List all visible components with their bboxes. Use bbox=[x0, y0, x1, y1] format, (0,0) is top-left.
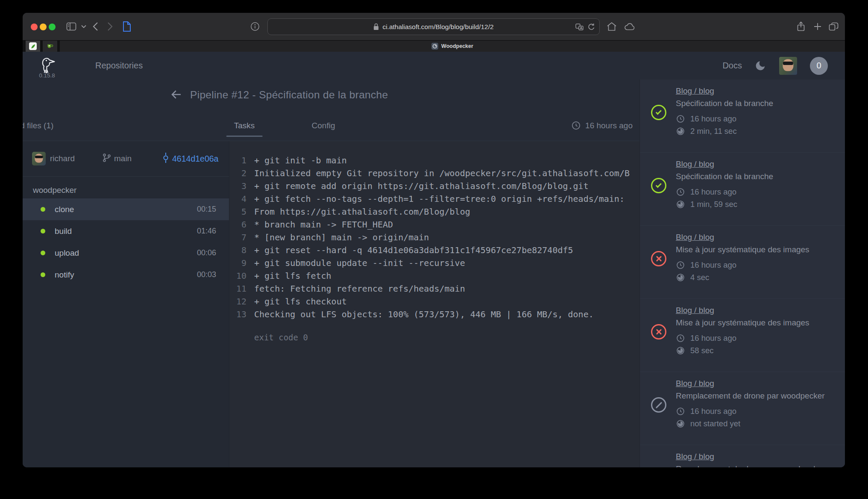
log-line-number: 5 bbox=[229, 205, 246, 218]
translate-icon[interactable] bbox=[575, 24, 584, 30]
log-line: 13 Checking out LFS objects: 100% (573/5… bbox=[229, 308, 639, 321]
pipeline-tab[interactable]: Tasks bbox=[234, 110, 255, 141]
pipeline-feed-entry[interactable]: Blog / blog Spécification de la branche … bbox=[640, 80, 845, 153]
pipeline-tab[interactable]: Changed files (1) bbox=[23, 110, 53, 141]
woodpecker-favicon-icon bbox=[431, 43, 438, 50]
exit-code-text: exit code 0 bbox=[229, 331, 639, 344]
pinned-tab-leaf[interactable] bbox=[26, 41, 40, 52]
repo-link[interactable]: Blog / blog bbox=[676, 452, 714, 461]
log-line-number: 8 bbox=[229, 244, 246, 257]
repo-link[interactable]: Blog / blog bbox=[676, 379, 714, 388]
repo-link[interactable]: Blog / blog bbox=[676, 306, 714, 315]
entry-time-row: 16 hours ago bbox=[676, 114, 837, 124]
pipeline-feed: Blog / blog Spécification de la branche … bbox=[639, 80, 845, 467]
minimize-window-button[interactable] bbox=[40, 24, 47, 30]
entry-time-row: 16 hours ago bbox=[676, 187, 837, 197]
woodpecker-logo[interactable]: 0.15.8 bbox=[37, 56, 57, 79]
zoom-window-button[interactable] bbox=[49, 24, 56, 30]
clock-icon bbox=[676, 334, 685, 343]
browser-window: ci.athaliasoft.com/Blog/blog/build/12/2 bbox=[23, 13, 845, 467]
duration-icon bbox=[676, 127, 685, 136]
pipeline-feed-entry[interactable]: Blog / blog Spécification de la branche … bbox=[640, 153, 845, 226]
repo-link[interactable]: Blog / blog bbox=[676, 233, 714, 242]
duration-icon bbox=[676, 346, 685, 355]
entry-time-row: 16 hours ago bbox=[676, 334, 837, 343]
pipeline-feed-entry[interactable]: Blog / blog Mise à jour systématique des… bbox=[640, 299, 845, 372]
repo-link[interactable]: Blog / blog bbox=[676, 159, 714, 169]
step-duration: 00:06 bbox=[197, 248, 216, 257]
leaf-favicon-icon bbox=[29, 42, 37, 50]
log-line-number: 12 bbox=[229, 295, 246, 308]
pipeline-title-row: Pipeline #12 - Spécification de la branc… bbox=[23, 80, 639, 110]
back-arrow-icon[interactable] bbox=[170, 88, 184, 102]
pipeline-feed-entry[interactable]: Blog / blog Mise à jour systématique des… bbox=[640, 226, 845, 299]
tab-overview-icon[interactable] bbox=[829, 22, 839, 31]
git-branch-icon bbox=[102, 153, 112, 165]
entry-time: 16 hours ago bbox=[690, 334, 736, 343]
log-line: 1 + git init -b main bbox=[229, 154, 639, 167]
log-line-text: * branch main -> FETCH_HEAD bbox=[254, 218, 393, 231]
back-navigation-icon[interactable] bbox=[92, 22, 98, 31]
pinned-tab-gitea[interactable] bbox=[43, 41, 57, 52]
pipeline-feed-entry[interactable]: Blog / blog Remplacement de drone par wo… bbox=[640, 445, 845, 467]
dark-mode-moon-icon[interactable] bbox=[755, 60, 766, 71]
new-tab-icon[interactable] bbox=[813, 22, 822, 31]
entry-duration-row: 58 sec bbox=[676, 346, 837, 355]
commit-hash-link[interactable]: 4614d1e06a bbox=[172, 154, 218, 164]
step-row[interactable]: upload 00:06 bbox=[23, 242, 229, 264]
step-list: clone 00:15 build 01:46 upload 00:06 bbox=[23, 198, 229, 286]
pipeline-feed-entry[interactable]: Blog / blog Remplacement de drone par wo… bbox=[640, 372, 845, 445]
share-icon[interactable] bbox=[797, 21, 805, 32]
entry-time: 16 hours ago bbox=[690, 114, 736, 124]
step-status-dot-icon bbox=[41, 272, 45, 277]
page-settings-icon[interactable] bbox=[250, 22, 260, 31]
commit-message: Mise à jour systématique des images bbox=[676, 318, 837, 328]
log-line: 11 fetch: Fetching reference refs/heads/… bbox=[229, 282, 639, 295]
entry-duration: 4 sec bbox=[690, 273, 709, 282]
entry-duration-row: 1 min, 59 sec bbox=[676, 200, 837, 209]
nav-repositories[interactable]: Repositories bbox=[95, 61, 143, 71]
log-line-text: Initialized empty Git repository in /woo… bbox=[254, 167, 630, 180]
forward-navigation-icon[interactable] bbox=[107, 22, 113, 31]
pipeline-tab[interactable]: Config bbox=[312, 110, 335, 141]
notifications-badge[interactable]: 0 bbox=[810, 57, 828, 75]
address-bar[interactable]: ci.athaliasoft.com/Blog/blog/build/12/2 bbox=[267, 18, 600, 35]
url-text: ci.athaliasoft.com/Blog/blog/build/12/2 bbox=[382, 23, 493, 31]
step-row[interactable]: notify 00:03 bbox=[23, 264, 229, 286]
home-icon[interactable] bbox=[607, 22, 617, 31]
user-avatar[interactable] bbox=[779, 57, 797, 75]
woodpecker-app: 0.15.8 Repositories Docs 0 Pipeline #12 … bbox=[23, 52, 845, 467]
branch-name: main bbox=[114, 154, 132, 163]
reader-document-icon[interactable] bbox=[122, 21, 132, 32]
log-console[interactable]: 1 + git init -b main 2 Initialized empty… bbox=[229, 141, 639, 467]
log-line-number: 10 bbox=[229, 269, 246, 282]
step-row[interactable]: build 01:46 bbox=[23, 220, 229, 242]
icloud-tabs-icon[interactable] bbox=[624, 23, 635, 30]
sidebar-toggle-icon[interactable] bbox=[66, 22, 76, 31]
log-line-number: 2 bbox=[229, 167, 246, 180]
reload-icon[interactable] bbox=[588, 23, 595, 31]
nav-docs[interactable]: Docs bbox=[722, 61, 742, 71]
tab-bar: Woodpecker bbox=[23, 41, 845, 52]
pipeline-status-icon bbox=[651, 178, 666, 193]
step-duration: 01:46 bbox=[197, 227, 216, 236]
step-status-dot-icon bbox=[41, 207, 45, 212]
log-line: 7 * [new branch] main -> origin/main bbox=[229, 231, 639, 244]
log-line: 2 Initialized empty Git repository in /w… bbox=[229, 167, 639, 180]
pipeline-tabs: 16 hours ago TasksConfigChanged files (1… bbox=[23, 110, 639, 141]
log-line-text: + git lfs checkout bbox=[254, 295, 347, 308]
step-row[interactable]: clone 00:15 bbox=[23, 198, 229, 220]
pipeline-finished-time: 16 hours ago bbox=[571, 110, 633, 141]
sidebar-chevron-icon[interactable] bbox=[81, 25, 86, 28]
version-label: 0.15.8 bbox=[39, 72, 55, 79]
pipeline-title: Pipeline #12 - Spécification de la branc… bbox=[190, 89, 388, 101]
close-window-button[interactable] bbox=[31, 24, 38, 30]
log-line: 8 + git reset --hard -q 4614d1e06a3dabf3… bbox=[229, 244, 639, 257]
active-tab-woodpecker[interactable]: Woodpecker bbox=[60, 41, 845, 52]
entry-time: 16 hours ago bbox=[690, 407, 736, 416]
log-line-text: fetch: Fetching reference refs/heads/mai… bbox=[254, 282, 465, 295]
step-status-dot-icon bbox=[41, 251, 45, 255]
repo-link[interactable]: Blog / blog bbox=[676, 86, 714, 96]
log-line-text: From https://git.athaliasoft.com/Blog/bl… bbox=[254, 205, 470, 218]
entry-duration: 58 sec bbox=[690, 346, 714, 355]
